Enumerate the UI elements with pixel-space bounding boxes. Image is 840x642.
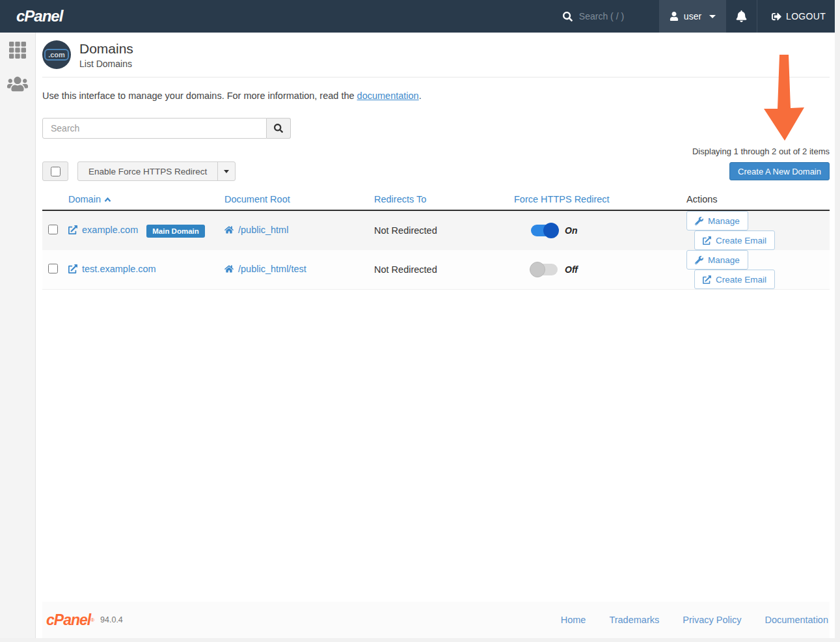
domains-icon: .com (42, 40, 71, 69)
external-link-icon (68, 225, 77, 234)
main-domain-badge: Main Domain (146, 225, 205, 238)
grid-icon (9, 42, 26, 59)
https-toggle[interactable] (531, 264, 558, 275)
search-icon (274, 124, 283, 133)
vertical-scrollbar[interactable] (835, 0, 840, 642)
page-title: Domains (79, 40, 133, 57)
table-row: example.comMain Domain /public_html Not … (42, 210, 830, 250)
table-header-row: Domain Document Root Redirects To Force … (42, 190, 830, 210)
sidebar-item-tools[interactable] (7, 40, 28, 60)
caret-down-icon (224, 170, 229, 173)
footer-link-trademarks[interactable]: Trademarks (609, 615, 659, 625)
logout-label: LOGOUT (786, 11, 826, 21)
manage-button[interactable]: Manage (686, 211, 748, 230)
create-domain-button[interactable]: Create A New Domain (729, 162, 830, 180)
horizontal-scrollbar[interactable] (0, 638, 840, 642)
bell-icon (736, 10, 747, 22)
annotation-arrow-icon (761, 55, 807, 141)
row-checkbox[interactable] (48, 225, 58, 234)
domain-search-button[interactable] (267, 118, 291, 139)
domain-search-input[interactable] (42, 118, 267, 139)
domain-search (42, 118, 830, 139)
notifications-button[interactable] (726, 0, 757, 33)
home-icon (224, 225, 234, 234)
external-link-icon (68, 264, 77, 273)
global-search-input[interactable] (579, 11, 641, 21)
row-checkbox[interactable] (48, 264, 58, 273)
table-row: test.example.com /public_html/test Not R… (42, 250, 830, 290)
header-actions: Actions (686, 190, 830, 210)
topbar: cPanel user LOGOUT (0, 0, 840, 33)
external-link-icon (703, 236, 711, 245)
domains-icon-label: .com (44, 49, 69, 61)
user-menu-label: user (684, 11, 701, 21)
intro-before: Use this interface to manage your domain… (42, 91, 357, 101)
select-all-button[interactable] (42, 161, 68, 181)
logout-icon (772, 12, 781, 21)
header-document-root[interactable]: Document Root (224, 190, 374, 210)
cpanel-logo[interactable]: cPanel (0, 0, 62, 33)
header-domain[interactable]: Domain (68, 190, 224, 210)
https-toggle[interactable] (531, 225, 558, 236)
document-root-link[interactable]: /public_html (224, 225, 288, 235)
intro-after: . (419, 91, 422, 101)
intro-text: Use this interface to manage your domain… (42, 91, 830, 101)
sort-asc-icon (104, 194, 111, 204)
domain-link[interactable]: example.com (68, 225, 138, 235)
document-root-link[interactable]: /public_html/test (224, 264, 306, 274)
footer-link-home[interactable]: Home (561, 615, 586, 625)
create-email-button[interactable]: Create Email (694, 270, 775, 289)
bulk-action-label: Enable Force HTTPS Redirect (78, 162, 217, 180)
select-all-checkbox[interactable] (51, 167, 61, 176)
bulk-action-dropdown[interactable] (217, 162, 235, 180)
header-force-https[interactable]: Force HTTPS Redirect (514, 190, 686, 210)
bulk-action-button[interactable]: Enable Force HTTPS Redirect (77, 161, 236, 181)
footer-link-privacy-policy[interactable]: Privacy Policy (683, 615, 741, 625)
page: cPanel user LOGOUT (0, 0, 840, 642)
chevron-down-icon (709, 15, 716, 18)
header-redirects-to[interactable]: Redirects To (374, 190, 514, 210)
wrench-icon (695, 217, 703, 225)
toolbar: Enable Force HTTPS Redirect Create A New… (42, 161, 830, 181)
domains-table: Domain Document Root Redirects To Force … (42, 190, 830, 290)
header-checkbox-col (42, 190, 68, 210)
redirects-to-value: Not Redirected (374, 225, 437, 236)
toggle-state-label: Off (565, 264, 578, 275)
main-content: .com Domains List Domains Use this inter… (36, 33, 840, 642)
toggle-state-label: On (565, 225, 577, 236)
wrench-icon (695, 256, 703, 264)
sidebar-item-user-manager[interactable] (7, 74, 28, 94)
registered-mark: ® (90, 617, 94, 623)
global-search (556, 0, 659, 33)
home-icon (224, 264, 234, 273)
user-icon (670, 12, 679, 21)
footer: cPanel® 94.0.4 Home Trademarks Privacy P… (42, 602, 830, 642)
search-icon (563, 12, 573, 21)
page-subtitle: List Domains (79, 59, 133, 69)
page-header: .com Domains List Domains (42, 40, 830, 69)
users-icon (7, 76, 28, 92)
external-link-icon (703, 275, 711, 284)
footer-link-documentation[interactable]: Documentation (765, 615, 828, 625)
toggle-knob (530, 262, 545, 277)
version-label: 94.0.4 (100, 615, 123, 624)
domain-link[interactable]: test.example.com (68, 264, 156, 274)
header-divider (42, 77, 830, 77)
documentation-link[interactable]: documentation (357, 91, 419, 101)
topbar-right: user LOGOUT (556, 0, 840, 33)
logout-button[interactable]: LOGOUT (757, 0, 840, 33)
redirects-to-value: Not Redirected (374, 264, 437, 275)
manage-button[interactable]: Manage (686, 250, 748, 270)
user-menu[interactable]: user (659, 0, 726, 33)
footer-links: Home Trademarks Privacy Policy Documenta… (561, 615, 828, 625)
sidebar (0, 33, 36, 638)
toggle-knob (543, 223, 559, 238)
pagination-summary: Displaying 1 through 2 out of 2 items (42, 147, 830, 156)
create-email-button[interactable]: Create Email (694, 230, 775, 250)
cpanel-footer-logo: cPanel (46, 611, 90, 629)
